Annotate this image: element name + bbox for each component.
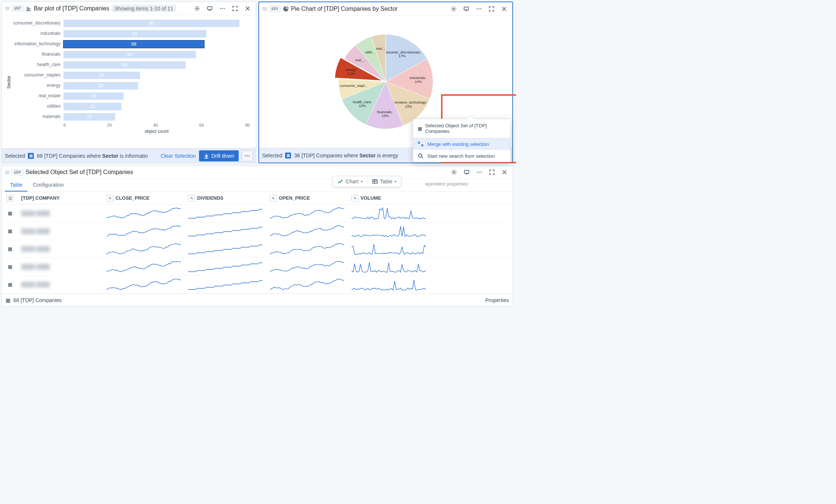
tab-table[interactable]: Table bbox=[5, 179, 27, 192]
bar-category-label: materials bbox=[13, 114, 61, 119]
bar-segment[interactable]: 25 bbox=[63, 113, 115, 121]
column-header[interactable]: ∿DIVIDENDS bbox=[185, 195, 267, 202]
selected-label: Selected bbox=[5, 153, 25, 159]
svg-rect-22 bbox=[373, 180, 377, 183]
table-row[interactable]: ▦ ████ ████ bbox=[2, 258, 513, 276]
bar-segment[interactable]: 69 bbox=[63, 30, 206, 37]
pie-slice-label: consumer_stapl… bbox=[340, 84, 368, 88]
svg-point-20 bbox=[479, 172, 480, 173]
properties-link[interactable]: Properties bbox=[485, 297, 509, 303]
more-button[interactable] bbox=[474, 4, 484, 14]
close-button[interactable] bbox=[499, 167, 510, 177]
object-icon: ▦ bbox=[8, 228, 12, 234]
object-set-icon: ▦ bbox=[285, 153, 291, 158]
present-button[interactable] bbox=[461, 4, 471, 14]
column-header[interactable]: [TDP] COMPANY bbox=[18, 195, 104, 201]
column-header[interactable]: ∿VOLUME bbox=[349, 195, 430, 202]
new-search-item[interactable]: Start new search from selection bbox=[413, 150, 510, 162]
selection-text: 68 [TDP] Companies where Sector is infor… bbox=[37, 153, 157, 159]
sparkline bbox=[107, 278, 181, 292]
expand-button[interactable] bbox=[230, 3, 240, 14]
svg-point-17 bbox=[453, 171, 455, 173]
drill-down-button[interactable]: Drill down bbox=[199, 150, 239, 161]
chevron-down-icon: ▾ bbox=[395, 180, 396, 183]
bar-chart-body: Sector consumer_​discretionary 85industr… bbox=[2, 15, 256, 148]
status-bar: ▦ 68 [TDP] Companies Properties bbox=[2, 294, 513, 306]
panel-tag: $BF bbox=[12, 5, 23, 12]
drag-handle-icon[interactable]: ⁞⁞⁞⁞ bbox=[262, 6, 267, 12]
selection-footer: Selected ▦ 68 [TDP] Companies where Sect… bbox=[2, 148, 256, 163]
settings-button[interactable] bbox=[448, 4, 459, 14]
sparkline bbox=[188, 224, 262, 238]
data-grid: ◫ [TDP] COMPANY ∿CLOSE_PRICE ∿DIVIDENDS … bbox=[2, 192, 513, 294]
bar-segment[interactable]: 28 bbox=[63, 103, 121, 110]
present-button[interactable] bbox=[461, 167, 472, 177]
company-name: ████ ████ bbox=[21, 282, 50, 287]
object-set-panel: ⁞⁞⁞⁞ $BP Selected Object Set of [TDP] Co… bbox=[1, 166, 513, 307]
svg-point-12 bbox=[480, 8, 481, 9]
close-button[interactable] bbox=[242, 3, 253, 14]
drag-handle-icon[interactable]: ⁞⁞⁞⁞ bbox=[5, 6, 9, 11]
more-button[interactable] bbox=[474, 167, 484, 177]
svg-point-4 bbox=[224, 8, 225, 9]
sparkline bbox=[270, 224, 344, 238]
expand-button[interactable] bbox=[487, 167, 497, 177]
object-type-icon: ◫ bbox=[7, 195, 13, 202]
selected-label: Selected bbox=[262, 153, 282, 158]
object-icon: ▦ bbox=[8, 246, 12, 252]
bar-segment[interactable]: 85 bbox=[63, 20, 239, 27]
svg-point-3 bbox=[222, 8, 223, 9]
sparkline bbox=[352, 260, 426, 274]
tab-configuration[interactable]: Configuration bbox=[27, 179, 69, 192]
panel-title: Bar plot of [TDP] Companies bbox=[34, 5, 110, 12]
bar-segment[interactable]: 59 bbox=[63, 61, 186, 69]
sparkline bbox=[352, 206, 426, 220]
view-mode-toggle: Chart▾ Table▾ bbox=[333, 176, 401, 187]
table-row[interactable]: ▦ ████ ████ bbox=[2, 276, 513, 294]
svg-point-11 bbox=[479, 8, 480, 9]
bar-segment[interactable]: 36 bbox=[63, 82, 138, 89]
selection-more-button[interactable] bbox=[242, 150, 253, 161]
bar-segment[interactable]: 29 bbox=[63, 92, 124, 100]
sparkline bbox=[270, 278, 344, 292]
drag-handle-icon[interactable]: ⁞⁞⁞⁞ bbox=[5, 170, 9, 175]
table-view-button[interactable]: Table▾ bbox=[367, 176, 401, 187]
column-header[interactable]: ∿CLOSE_PRICE bbox=[104, 195, 185, 202]
bar-category-label: consumer_staples bbox=[13, 73, 61, 78]
table-row[interactable]: ▦ ████ ████ bbox=[2, 222, 513, 240]
table-row[interactable]: ▦ ████ ████ bbox=[2, 204, 513, 222]
table-row[interactable]: ▦ ████ ████ bbox=[2, 240, 513, 258]
bar-segment[interactable]: 37 bbox=[63, 72, 140, 79]
merge-selection-item[interactable]: Merge with existing selection bbox=[413, 138, 510, 150]
expand-button[interactable] bbox=[486, 4, 497, 14]
settings-button[interactable] bbox=[449, 167, 459, 177]
svg-point-13 bbox=[419, 154, 422, 157]
bar-category-label: real_estate bbox=[13, 94, 61, 98]
pie-slice-label: utiliti… bbox=[365, 50, 375, 54]
bar-category-label: information_​technology bbox=[13, 42, 61, 46]
bar-segment[interactable]: 64 bbox=[63, 51, 196, 58]
close-button[interactable] bbox=[499, 4, 509, 14]
bar-category-label: consumer_​discretionary bbox=[13, 21, 61, 26]
pie-slice-label: mat… bbox=[376, 47, 385, 50]
more-button[interactable] bbox=[217, 3, 228, 14]
settings-button[interactable] bbox=[192, 3, 202, 14]
sparkline-icon: ∿ bbox=[107, 195, 113, 202]
bar-segment[interactable]: 68 bbox=[63, 40, 204, 48]
column-header[interactable]: ∿OPEN_PRICE bbox=[267, 195, 349, 202]
sparkline bbox=[188, 242, 262, 256]
panel-title: Pie Chart of [TDP] Companies by Sector bbox=[291, 6, 398, 12]
grid-header: ◫ [TDP] COMPANY ∿CLOSE_PRICE ∿DIVIDENDS … bbox=[2, 192, 513, 204]
chevron-down-icon: ▾ bbox=[361, 180, 363, 183]
svg-point-6 bbox=[247, 155, 248, 156]
chart-view-button[interactable]: Chart▾ bbox=[333, 176, 367, 187]
sparkline bbox=[352, 242, 426, 256]
svg-point-2 bbox=[220, 8, 221, 9]
sparkline bbox=[270, 260, 344, 274]
panel-header: ⁞⁞⁞⁞ $BV Pie Chart of [TDP] Companies by… bbox=[259, 2, 512, 16]
panel-tag: $BV bbox=[269, 6, 281, 12]
clear-selection-link[interactable]: Clear Selection bbox=[161, 153, 196, 159]
object-set-icon: ▦ bbox=[418, 126, 422, 131]
present-button[interactable] bbox=[205, 3, 215, 14]
svg-point-19 bbox=[477, 172, 478, 173]
